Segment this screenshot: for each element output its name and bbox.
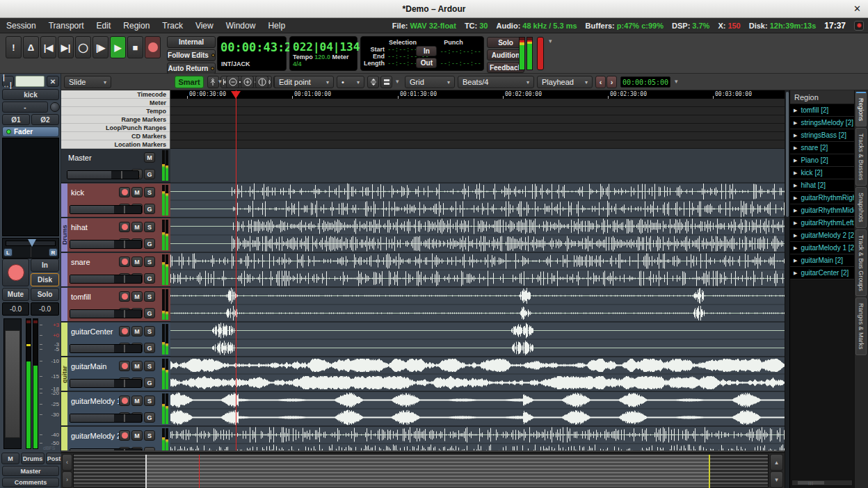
panner-handle[interactable] — [28, 239, 36, 247]
side-tab-track-bus-groups[interactable]: Track & Bus Groups — [855, 229, 867, 297]
track-s-button[interactable]: S — [144, 257, 155, 267]
expand-triangle-icon[interactable]: ▶ — [794, 195, 797, 201]
track-g-button[interactable]: G — [144, 204, 155, 214]
track-header-guitarmain[interactable]: guitarguitarMainSMGAP — [61, 357, 170, 391]
summary-strip[interactable] — [73, 454, 769, 487]
zoom-fit-button[interactable] — [255, 76, 268, 88]
strip-close-icon[interactable]: ✕ — [47, 76, 59, 87]
expand-triangle-icon[interactable]: ▶ — [794, 258, 797, 263]
region-item[interactable]: ▶tomfill [2] — [790, 104, 854, 117]
expand-triangle-icon[interactable]: ▶ — [794, 270, 797, 276]
gain-display[interactable]: -0.0 — [2, 302, 29, 316]
track-fader[interactable] — [67, 170, 139, 179]
strip-tab-m[interactable]: M — [1, 453, 19, 464]
metronome-button[interactable]: Δ — [23, 36, 39, 58]
track-m-button[interactable]: M — [131, 326, 143, 336]
menu-item-transport[interactable]: Transport — [42, 21, 90, 31]
meter-value[interactable]: 4/4 — [293, 60, 302, 67]
phase2-button[interactable]: Ø2 — [31, 114, 59, 125]
primary-clock[interactable]: 00:00:43:25 INT/JACK — [217, 36, 287, 71]
strip-track-button[interactable]: kick — [2, 89, 59, 100]
menu-item-track[interactable]: Track — [156, 21, 189, 31]
phase1-button[interactable]: Ø1 — [2, 114, 30, 125]
edit-mode-dropdown[interactable]: Slide▾ — [64, 76, 111, 88]
grid-unit-dropdown[interactable]: Beats/4▾ — [458, 76, 534, 88]
ruler-label-loop-punch-ranges[interactable]: Loop/Punch Ranges — [61, 124, 170, 132]
mute-button[interactable]: Mute — [2, 288, 29, 301]
group-strip-drums[interactable] — [61, 288, 67, 321]
expand-triangle-icon[interactable]: ▶ — [794, 120, 797, 126]
expand-triangle-icon[interactable]: ▶ — [794, 170, 797, 176]
group-strip-guitar[interactable] — [61, 323, 67, 356]
region-item[interactable]: ▶guitarMain [2] — [790, 254, 854, 267]
expand-triangle-icon[interactable]: ▶ — [794, 233, 797, 238]
tempo-value[interactable]: 120.0 — [314, 54, 330, 60]
track-canvas[interactable] — [170, 149, 785, 450]
ruler-area[interactable]: 00:00:30:0000:01:00:0000:01:30:0000:02:0… — [170, 90, 785, 149]
comments-button[interactable]: Comments — [2, 478, 59, 487]
region-item[interactable]: ▶snare [2] — [790, 142, 854, 154]
master-strip-button[interactable]: Master — [2, 466, 59, 476]
strip-tab-post[interactable]: Post — [46, 453, 62, 464]
error-log-indicator[interactable] — [854, 21, 864, 31]
expand-triangle-icon[interactable]: ▶ — [794, 245, 797, 251]
strip-input-button[interactable]: - — [2, 101, 48, 113]
region-item[interactable]: ▶Piano [2] — [790, 154, 854, 167]
timecode-ruler[interactable]: 00:00:30:0000:01:00:0000:01:30:0000:02:0… — [170, 90, 785, 99]
vertical-scrollbar-thumb[interactable] — [786, 92, 789, 217]
panner[interactable]: L R — [2, 238, 59, 259]
track-record-button[interactable] — [119, 396, 130, 406]
punch-in-button[interactable]: In — [416, 46, 437, 56]
waveform-canvas[interactable] — [170, 149, 785, 450]
track-s-button[interactable]: S — [144, 430, 155, 441]
region-item[interactable]: ▶guitarCenter [2] — [790, 267, 854, 279]
expand-triangle-icon[interactable]: ▶ — [794, 133, 797, 138]
region-item[interactable]: ▶guitarMelody 1 [2] — [790, 242, 854, 254]
region-item[interactable]: ▶guitarRhythmRight [2] — [790, 192, 854, 204]
track-header-hihat[interactable]: DrumshihatSMGAP — [61, 218, 170, 252]
track-s-button[interactable]: S — [144, 291, 155, 302]
track-fader[interactable] — [70, 240, 142, 249]
track-record-button[interactable] — [119, 361, 130, 371]
close-icon[interactable]: ✕ — [853, 3, 861, 14]
track-record-button[interactable] — [119, 326, 130, 336]
summary-view-rectangle[interactable] — [145, 455, 710, 488]
track-header-guitarcenter[interactable]: guitarCenterSMGAP — [61, 323, 170, 357]
track-g-button[interactable]: G — [144, 273, 155, 284]
track-g-button[interactable]: G — [144, 447, 155, 450]
track-m-button[interactable]: M — [144, 152, 155, 163]
ruler-row-meter[interactable] — [170, 99, 785, 107]
punch-out-button[interactable]: Out — [416, 58, 437, 68]
record-button[interactable] — [145, 36, 161, 58]
expand-triangle-icon[interactable]: ▶ — [794, 183, 797, 188]
track-s-button[interactable]: S — [144, 396, 155, 406]
scroll-right-button[interactable]: › — [62, 471, 72, 488]
zoom-focus-button[interactable] — [367, 76, 379, 88]
scroll-up-button[interactable]: ▴ — [770, 454, 783, 471]
grab-tool[interactable] — [207, 76, 219, 88]
expand-triangle-icon[interactable]: ▶ — [794, 145, 797, 151]
ruler-label-timecode[interactable]: Timecode — [61, 90, 170, 99]
track-g-button[interactable]: G — [144, 169, 155, 179]
strip-width-button[interactable]: |↔| — [2, 76, 14, 87]
disk-monitor-button[interactable]: Disk — [31, 273, 59, 286]
ruler-label-meter[interactable]: Meter — [61, 99, 170, 107]
menu-item-help[interactable]: Help — [262, 21, 291, 31]
group-strip-drums[interactable]: Drums — [61, 218, 67, 252]
option-internal[interactable]: Internal — [167, 36, 216, 48]
track-m-button[interactable]: M — [131, 430, 143, 441]
next-marker-button[interactable]: › — [606, 76, 617, 88]
ruler-row-range-markers[interactable] — [170, 115, 785, 124]
gain-fader-handle[interactable] — [5, 330, 20, 438]
track-s-button[interactable]: S — [144, 222, 155, 232]
transport-overflow-chevron[interactable]: ▾ — [549, 38, 552, 44]
track-fader[interactable] — [70, 379, 142, 388]
ruler-label-location-markers[interactable]: Location Markers — [61, 140, 170, 149]
track-s-button[interactable]: S — [144, 361, 155, 371]
track-s-button[interactable]: S — [144, 326, 155, 336]
track-g-button[interactable]: G — [144, 377, 155, 388]
ruler-row-tempo[interactable] — [170, 107, 785, 115]
track-fader[interactable] — [70, 344, 142, 353]
ruler-row-loop-punch-ranges[interactable] — [170, 124, 785, 132]
snap-to-dropdown[interactable]: Playhead▾ — [537, 76, 593, 88]
